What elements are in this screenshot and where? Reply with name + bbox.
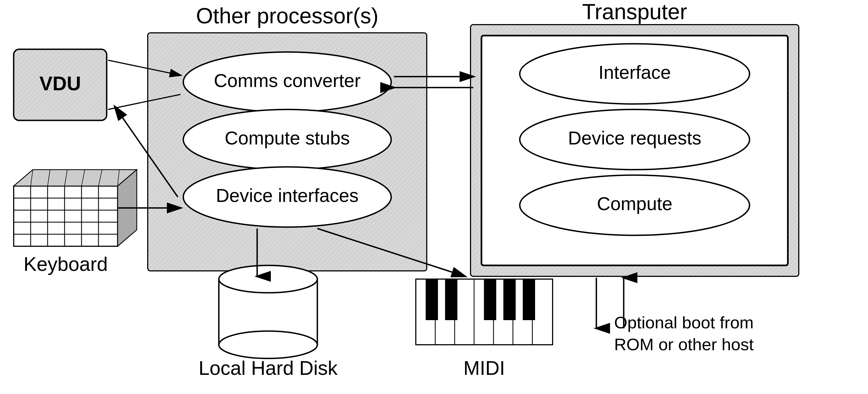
- other-processor-title: Other processor(s): [196, 4, 379, 28]
- svg-rect-11: [14, 186, 118, 246]
- compute-label: Compute: [597, 193, 673, 214]
- svg-rect-41: [484, 279, 496, 320]
- architecture-diagram: VDU: [0, 0, 868, 394]
- compute-stubs-label: Compute stubs: [225, 127, 350, 148]
- vdu-label: VDU: [39, 72, 81, 94]
- device-interfaces-label: Device interfaces: [216, 185, 359, 206]
- midi-label: MIDI: [463, 357, 505, 379]
- comms-converter-label: Comms converter: [214, 70, 361, 91]
- hard-disk-icon: [219, 265, 317, 358]
- svg-point-30: [219, 265, 317, 293]
- device-requests-label: Device requests: [568, 127, 702, 148]
- svg-point-31: [219, 331, 317, 358]
- svg-rect-39: [426, 279, 438, 320]
- interface-label: Interface: [598, 62, 671, 83]
- optional-boot-label: Optional boot from: [614, 313, 754, 332]
- rom-other-host-label: ROM or other host: [614, 335, 754, 354]
- svg-rect-40: [445, 279, 457, 320]
- svg-rect-42: [503, 279, 516, 320]
- transputer-title: Transputer: [582, 0, 687, 24]
- svg-rect-43: [523, 279, 535, 320]
- local-hard-disk-label: Local Hard Disk: [198, 357, 338, 379]
- keyboard-label: Keyboard: [24, 253, 108, 275]
- midi-icon: [416, 279, 553, 345]
